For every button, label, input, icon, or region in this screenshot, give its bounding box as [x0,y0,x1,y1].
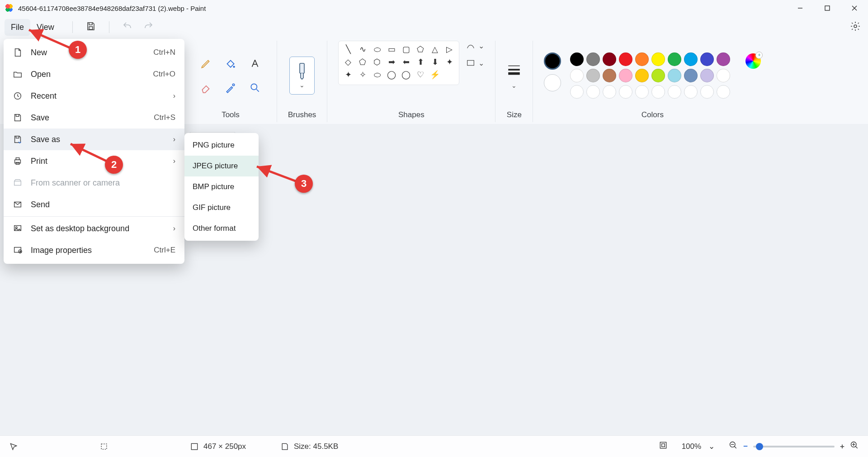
title-bar: 45604-61174708ee38784e948268daf23af731 (… [0,0,868,16]
menu-label: Image properties [31,246,146,255]
group-label-colors: Colors [642,110,664,119]
status-bar: 467 × 250px Size: 45.5KB 100%⌄ − + [0,435,868,457]
color-swatch-empty[interactable] [651,85,665,99]
color-swatch[interactable] [651,52,665,66]
menu-bar: File View [0,16,868,38]
color-palette[interactable] [570,52,730,99]
settings-button[interactable] [850,21,861,33]
color-swatch-empty[interactable] [684,85,698,99]
window-title: 45604-61174708ee38784e948268daf23af731 (… [18,5,206,12]
group-label-shapes: Shapes [398,110,425,119]
color-swatch[interactable] [668,52,681,66]
annotation-bubble-1: 1 [69,41,87,59]
color-swatch[interactable] [717,52,730,66]
shape-fill-button[interactable]: ⌄ [466,58,484,68]
color-swatch[interactable] [684,69,698,82]
svg-line-25 [29,30,72,49]
eraser-tool[interactable] [195,77,217,99]
size-button[interactable] [506,62,522,79]
group-shapes: ╲∿⬭▭▢⬠△▷ ◇⬠⬡➡⬅⬆⬇✦ ✦✧⬭◯◯♡⚡ ⌄ ⌄ Shapes [327,41,495,122]
cursor-position [9,442,99,451]
zoom-slider[interactable] [753,446,835,447]
menu-label: Send [31,200,175,209]
submenu-item-bmp[interactable]: BMP picture [184,176,259,197]
color-swatch-empty[interactable] [570,85,584,99]
color-swatch[interactable] [603,69,616,82]
submenu-item-jpeg[interactable]: JPEG picture [184,156,259,176]
color-swatch[interactable] [717,69,730,82]
menu-item-recent[interactable]: Recent › [4,85,184,107]
svg-line-33 [735,447,736,448]
svg-rect-19 [14,181,21,185]
fit-to-window-button[interactable] [659,441,668,452]
menu-item-properties[interactable]: Image properties Ctrl+E [4,239,184,261]
annotation-bubble-2: 2 [105,156,123,174]
color-swatch[interactable] [586,52,600,66]
chevron-right-icon: › [173,135,175,143]
chevron-right-icon: › [173,157,175,165]
submenu-item-other[interactable]: Other format [184,218,259,239]
svg-rect-30 [660,442,666,448]
submenu-item-png[interactable]: PNG picture [184,135,259,156]
svg-rect-11 [467,61,474,66]
minimize-button[interactable] [787,0,814,16]
color-swatch[interactable] [619,69,632,82]
group-colors: Colors [533,41,772,122]
color-swatch[interactable] [684,52,698,66]
chevron-right-icon: › [173,224,175,233]
zoom-level-select[interactable]: 100%⌄ [677,439,720,453]
color-swatch[interactable] [635,69,649,82]
color-swatch-empty[interactable] [635,85,649,99]
shapes-gallery[interactable]: ╲∿⬭▭▢⬠△▷ ◇⬠⬡➡⬅⬆⬇✦ ✦✧⬭◯◯♡⚡ [338,41,459,85]
color-swatch[interactable] [700,69,714,82]
maximize-button[interactable] [814,0,841,16]
color-swatch[interactable] [668,69,681,82]
fill-tool[interactable] [220,52,241,74]
shape-outline-button[interactable]: ⌄ [466,41,484,51]
text-tool[interactable] [244,52,266,74]
svg-line-26 [71,144,110,163]
zoom-in-button[interactable] [850,441,859,452]
color-swatch-empty[interactable] [668,85,681,99]
color-swatch[interactable] [603,52,616,66]
save-quick-button[interactable] [85,21,96,33]
color-swatch[interactable] [651,69,665,82]
zoom-out-button[interactable] [729,441,738,452]
color-swatch[interactable] [570,69,584,82]
undo-button[interactable] [122,21,133,33]
canvas-dimensions: 467 × 250px [190,442,280,451]
redo-button[interactable] [143,21,154,33]
color-swatch-empty[interactable] [619,85,632,99]
color-swatch[interactable] [586,69,600,82]
file-size: Size: 45.5KB [280,442,371,451]
menu-item-wallpaper[interactable]: Set as desktop background › [4,218,184,239]
group-label-tools: Tools [222,110,240,119]
menu-item-open[interactable]: Open Ctrl+O [4,63,184,85]
color2-swatch[interactable] [544,74,561,91]
color1-swatch[interactable] [544,52,561,70]
color-swatch-empty[interactable] [586,85,600,99]
menu-item-send[interactable]: Send [4,194,184,215]
svg-point-6 [233,66,235,67]
color-swatch[interactable] [619,52,632,66]
color-swatch-empty[interactable] [603,85,616,99]
magnifier-tool[interactable] [244,77,266,99]
color-swatch-empty[interactable] [717,85,730,99]
svg-rect-17 [16,158,19,160]
svg-point-8 [251,84,257,90]
pencil-tool[interactable] [195,52,217,74]
group-size: ⌄ Size [495,41,533,122]
svg-rect-1 [825,6,830,10]
svg-point-7 [232,84,234,86]
color-swatch-empty[interactable] [700,85,714,99]
color-picker-tool[interactable] [220,77,241,99]
menu-item-save[interactable]: Save Ctrl+S [4,107,184,129]
close-button[interactable] [841,0,868,16]
color-swatch[interactable] [635,52,649,66]
chevron-down-icon: ⌄ [708,442,715,451]
color-swatch[interactable] [570,52,584,66]
submenu-item-gif[interactable]: GIF picture [184,197,259,218]
brushes-button[interactable] [289,57,315,95]
color-swatch[interactable] [700,52,714,66]
edit-colors-button[interactable] [745,53,761,69]
